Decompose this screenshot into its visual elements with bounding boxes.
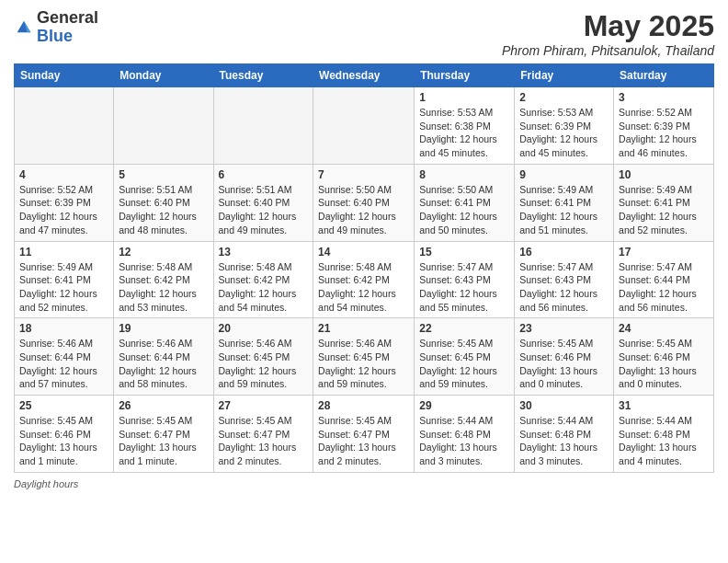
day-number: 20 <box>219 322 309 335</box>
calendar-cell: 29 Sunrise: 5:44 AM Sunset: 6:48 PM Dayl… <box>415 396 515 473</box>
daylight-label: Daylight hours <box>14 478 78 489</box>
day-info: Sunrise: 5:50 AM Sunset: 6:41 PM Dayligh… <box>419 183 509 237</box>
day-number: 1 <box>419 91 509 104</box>
title-area: May 2025 Phrom Phiram, Phitsanulok, Thai… <box>502 9 714 58</box>
weekday-header-wednesday: Wednesday <box>313 64 415 87</box>
weekday-header-tuesday: Tuesday <box>213 64 313 87</box>
day-number: 24 <box>619 322 709 335</box>
day-number: 25 <box>19 399 108 412</box>
footer-note: Daylight hours <box>14 478 714 489</box>
calendar-cell: 15 Sunrise: 5:47 AM Sunset: 6:43 PM Dayl… <box>415 241 515 318</box>
calendar-cell <box>15 87 114 165</box>
location-subtitle: Phrom Phiram, Phitsanulok, Thailand <box>502 43 714 58</box>
logo-icon <box>14 17 34 38</box>
day-info: Sunrise: 5:44 AM Sunset: 6:48 PM Dayligh… <box>619 414 709 468</box>
weekday-header-friday: Friday <box>515 64 614 87</box>
day-number: 21 <box>318 322 409 335</box>
day-number: 6 <box>219 168 309 181</box>
day-info: Sunrise: 5:45 AM Sunset: 6:47 PM Dayligh… <box>318 414 409 468</box>
day-info: Sunrise: 5:53 AM Sunset: 6:38 PM Dayligh… <box>419 106 509 160</box>
calendar-header-row: SundayMondayTuesdayWednesdayThursdayFrid… <box>15 64 714 87</box>
calendar-cell: 25 Sunrise: 5:45 AM Sunset: 6:46 PM Dayl… <box>15 396 114 473</box>
calendar-cell: 16 Sunrise: 5:47 AM Sunset: 6:43 PM Dayl… <box>515 241 614 318</box>
day-info: Sunrise: 5:46 AM Sunset: 6:44 PM Dayligh… <box>119 337 208 391</box>
day-info: Sunrise: 5:45 AM Sunset: 6:47 PM Dayligh… <box>219 414 309 468</box>
day-info: Sunrise: 5:48 AM Sunset: 6:42 PM Dayligh… <box>318 260 409 315</box>
calendar-week-5: 25 Sunrise: 5:45 AM Sunset: 6:46 PM Dayl… <box>15 396 714 473</box>
day-info: Sunrise: 5:48 AM Sunset: 6:42 PM Dayligh… <box>219 260 309 315</box>
calendar-cell: 6 Sunrise: 5:51 AM Sunset: 6:40 PM Dayli… <box>213 164 313 241</box>
calendar-cell: 4 Sunrise: 5:52 AM Sunset: 6:39 PM Dayli… <box>15 164 114 241</box>
day-number: 12 <box>119 246 208 259</box>
day-info: Sunrise: 5:48 AM Sunset: 6:42 PM Dayligh… <box>119 260 208 315</box>
calendar-cell: 28 Sunrise: 5:45 AM Sunset: 6:47 PM Dayl… <box>313 396 415 473</box>
day-number: 4 <box>19 168 108 181</box>
calendar-cell: 27 Sunrise: 5:45 AM Sunset: 6:47 PM Dayl… <box>213 396 313 473</box>
calendar-cell: 2 Sunrise: 5:53 AM Sunset: 6:39 PM Dayli… <box>515 87 614 165</box>
day-number: 17 <box>619 246 709 259</box>
day-info: Sunrise: 5:49 AM Sunset: 6:41 PM Dayligh… <box>619 183 709 237</box>
day-info: Sunrise: 5:52 AM Sunset: 6:39 PM Dayligh… <box>19 183 108 237</box>
weekday-header-sunday: Sunday <box>15 64 114 87</box>
day-number: 10 <box>619 168 709 181</box>
day-number: 9 <box>519 168 609 181</box>
day-number: 13 <box>219 246 309 259</box>
day-info: Sunrise: 5:45 AM Sunset: 6:47 PM Dayligh… <box>119 414 208 468</box>
calendar-cell: 13 Sunrise: 5:48 AM Sunset: 6:42 PM Dayl… <box>213 241 313 318</box>
day-info: Sunrise: 5:46 AM Sunset: 6:45 PM Dayligh… <box>219 337 309 391</box>
day-info: Sunrise: 5:44 AM Sunset: 6:48 PM Dayligh… <box>519 414 609 468</box>
calendar-cell: 3 Sunrise: 5:52 AM Sunset: 6:39 PM Dayli… <box>614 87 714 165</box>
day-number: 11 <box>19 246 108 259</box>
calendar-cell: 26 Sunrise: 5:45 AM Sunset: 6:47 PM Dayl… <box>114 396 213 473</box>
day-number: 26 <box>119 399 208 412</box>
calendar-cell <box>213 87 313 165</box>
calendar-cell: 23 Sunrise: 5:45 AM Sunset: 6:46 PM Dayl… <box>515 318 614 396</box>
day-info: Sunrise: 5:52 AM Sunset: 6:39 PM Dayligh… <box>619 106 709 160</box>
calendar-cell <box>114 87 213 165</box>
day-info: Sunrise: 5:47 AM Sunset: 6:43 PM Dayligh… <box>419 260 509 315</box>
calendar-cell: 14 Sunrise: 5:48 AM Sunset: 6:42 PM Dayl… <box>313 241 415 318</box>
day-info: Sunrise: 5:49 AM Sunset: 6:41 PM Dayligh… <box>19 260 108 315</box>
day-number: 2 <box>519 91 609 104</box>
calendar-cell: 7 Sunrise: 5:50 AM Sunset: 6:40 PM Dayli… <box>313 164 415 241</box>
weekday-header-saturday: Saturday <box>614 64 714 87</box>
day-info: Sunrise: 5:50 AM Sunset: 6:40 PM Dayligh… <box>318 183 409 237</box>
day-number: 23 <box>519 322 609 335</box>
calendar-table: SundayMondayTuesdayWednesdayThursdayFrid… <box>14 63 714 473</box>
calendar-cell: 17 Sunrise: 5:47 AM Sunset: 6:44 PM Dayl… <box>614 241 714 318</box>
day-info: Sunrise: 5:45 AM Sunset: 6:45 PM Dayligh… <box>419 337 509 391</box>
day-number: 28 <box>318 399 409 412</box>
day-number: 5 <box>119 168 208 181</box>
calendar-week-2: 4 Sunrise: 5:52 AM Sunset: 6:39 PM Dayli… <box>15 164 714 241</box>
logo-blue-text: Blue <box>37 27 73 45</box>
calendar-cell: 9 Sunrise: 5:49 AM Sunset: 6:41 PM Dayli… <box>515 164 614 241</box>
weekday-header-monday: Monday <box>114 64 213 87</box>
day-info: Sunrise: 5:45 AM Sunset: 6:46 PM Dayligh… <box>519 337 609 391</box>
calendar-cell: 22 Sunrise: 5:45 AM Sunset: 6:45 PM Dayl… <box>415 318 515 396</box>
day-number: 7 <box>318 168 409 181</box>
calendar-cell <box>313 87 415 165</box>
day-info: Sunrise: 5:47 AM Sunset: 6:44 PM Dayligh… <box>619 260 709 315</box>
day-number: 30 <box>519 399 609 412</box>
calendar-cell: 8 Sunrise: 5:50 AM Sunset: 6:41 PM Dayli… <box>415 164 515 241</box>
day-number: 16 <box>519 246 609 259</box>
day-info: Sunrise: 5:44 AM Sunset: 6:48 PM Dayligh… <box>419 414 509 468</box>
calendar-cell: 30 Sunrise: 5:44 AM Sunset: 6:48 PM Dayl… <box>515 396 614 473</box>
calendar-cell: 24 Sunrise: 5:45 AM Sunset: 6:46 PM Dayl… <box>614 318 714 396</box>
calendar-cell: 31 Sunrise: 5:44 AM Sunset: 6:48 PM Dayl… <box>614 396 714 473</box>
calendar-cell: 1 Sunrise: 5:53 AM Sunset: 6:38 PM Dayli… <box>415 87 515 165</box>
day-number: 22 <box>419 322 509 335</box>
day-info: Sunrise: 5:53 AM Sunset: 6:39 PM Dayligh… <box>519 106 609 160</box>
day-number: 19 <box>119 322 208 335</box>
day-info: Sunrise: 5:51 AM Sunset: 6:40 PM Dayligh… <box>219 183 309 237</box>
day-info: Sunrise: 5:45 AM Sunset: 6:46 PM Dayligh… <box>19 414 108 468</box>
calendar-body: 1 Sunrise: 5:53 AM Sunset: 6:38 PM Dayli… <box>15 87 714 473</box>
day-number: 27 <box>219 399 309 412</box>
calendar-cell: 10 Sunrise: 5:49 AM Sunset: 6:41 PM Dayl… <box>614 164 714 241</box>
day-info: Sunrise: 5:51 AM Sunset: 6:40 PM Dayligh… <box>119 183 208 237</box>
calendar-cell: 21 Sunrise: 5:46 AM Sunset: 6:45 PM Dayl… <box>313 318 415 396</box>
calendar-week-4: 18 Sunrise: 5:46 AM Sunset: 6:44 PM Dayl… <box>15 318 714 396</box>
logo-general-text: General <box>37 8 98 27</box>
calendar-week-1: 1 Sunrise: 5:53 AM Sunset: 6:38 PM Dayli… <box>15 87 714 165</box>
calendar-cell: 20 Sunrise: 5:46 AM Sunset: 6:45 PM Dayl… <box>213 318 313 396</box>
